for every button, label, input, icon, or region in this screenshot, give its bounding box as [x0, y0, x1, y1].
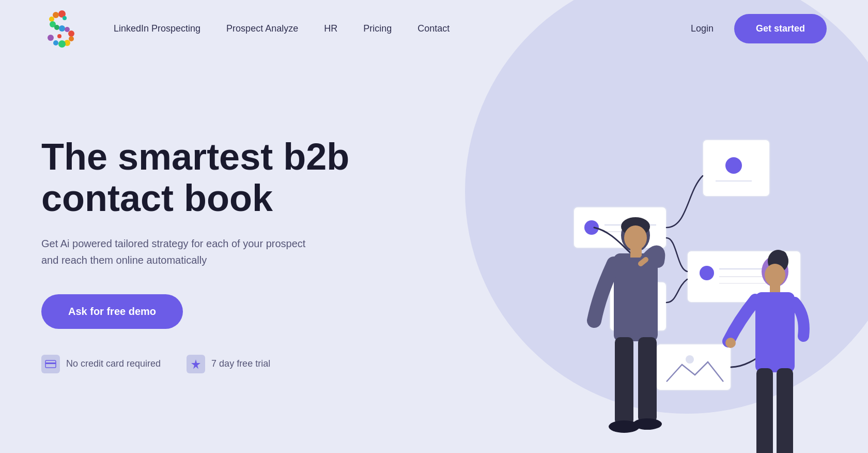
badge-no-credit-card: No credit card required	[41, 355, 161, 373]
nav-link-linkedin[interactable]: LinkedIn Prospecting	[114, 23, 200, 34]
nav-left: LinkedIn Prospecting Prospect Analyze HR…	[41, 8, 450, 49]
sparkle-icon	[187, 355, 205, 373]
svg-rect-16	[45, 363, 56, 364]
navigation: LinkedIn Prospecting Prospect Analyze HR…	[0, 0, 868, 57]
svg-point-13	[63, 16, 67, 20]
get-started-button[interactable]: Get started	[734, 14, 827, 43]
nav-link-contact[interactable]: Contact	[417, 23, 450, 34]
nav-links: LinkedIn Prospecting Prospect Analyze HR…	[114, 23, 450, 34]
svg-rect-42	[615, 337, 633, 425]
illustration-svg	[413, 98, 837, 453]
svg-point-14	[57, 34, 61, 38]
free-trial-label: 7 day free trial	[211, 358, 270, 369]
svg-point-18	[725, 157, 742, 174]
svg-point-33	[686, 355, 694, 364]
svg-point-2	[49, 17, 54, 22]
svg-point-48	[777, 251, 787, 261]
svg-rect-50	[770, 284, 780, 292]
hero-subtitle: Get Ai powered tailored strategy for eac…	[41, 235, 320, 268]
svg-rect-54	[777, 368, 793, 453]
trust-badges: No credit card required 7 day free trial	[41, 355, 382, 373]
svg-rect-32	[656, 344, 731, 390]
svg-point-11	[53, 40, 58, 46]
hero-section: The smartest b2b contact book Get Ai pow…	[41, 137, 382, 373]
hero-illustration	[413, 98, 837, 453]
svg-point-49	[765, 264, 785, 286]
main-content: The smartest b2b contact book Get Ai pow…	[0, 57, 868, 453]
svg-point-7	[68, 31, 74, 37]
svg-point-6	[65, 27, 70, 32]
nav-item-contact[interactable]: Contact	[417, 23, 450, 34]
demo-button[interactable]: Ask for free demo	[41, 294, 183, 329]
nav-link-hr[interactable]: HR	[324, 23, 337, 34]
login-link[interactable]: Login	[691, 23, 714, 34]
nav-item-prospect[interactable]: Prospect Analyze	[226, 23, 298, 34]
nav-link-prospect[interactable]: Prospect Analyze	[226, 23, 298, 34]
svg-rect-43	[638, 337, 657, 422]
svg-point-45	[633, 418, 662, 430]
logo-icon	[41, 8, 83, 49]
nav-item-pricing[interactable]: Pricing	[363, 23, 392, 34]
svg-point-25	[700, 266, 714, 280]
credit-card-icon	[41, 355, 60, 373]
svg-point-12	[48, 35, 54, 41]
svg-rect-53	[756, 368, 773, 453]
svg-point-5	[59, 25, 65, 32]
nav-item-hr[interactable]: HR	[324, 23, 337, 34]
svg-rect-51	[755, 292, 795, 372]
svg-point-4	[54, 25, 59, 30]
logo[interactable]	[41, 8, 83, 49]
svg-point-10	[58, 40, 66, 48]
svg-point-52	[725, 338, 736, 348]
badge-free-trial: 7 day free trial	[187, 355, 270, 373]
nav-link-pricing[interactable]: Pricing	[363, 23, 392, 34]
svg-line-41	[641, 260, 646, 264]
nav-right: Login Get started	[691, 14, 827, 43]
hero-title: The smartest b2b contact book	[41, 137, 382, 218]
svg-point-1	[53, 12, 59, 18]
nav-item-linkedin[interactable]: LinkedIn Prospecting	[114, 23, 200, 34]
svg-point-40	[624, 225, 647, 250]
svg-point-8	[69, 36, 74, 41]
no-credit-card-label: No credit card required	[66, 358, 161, 369]
